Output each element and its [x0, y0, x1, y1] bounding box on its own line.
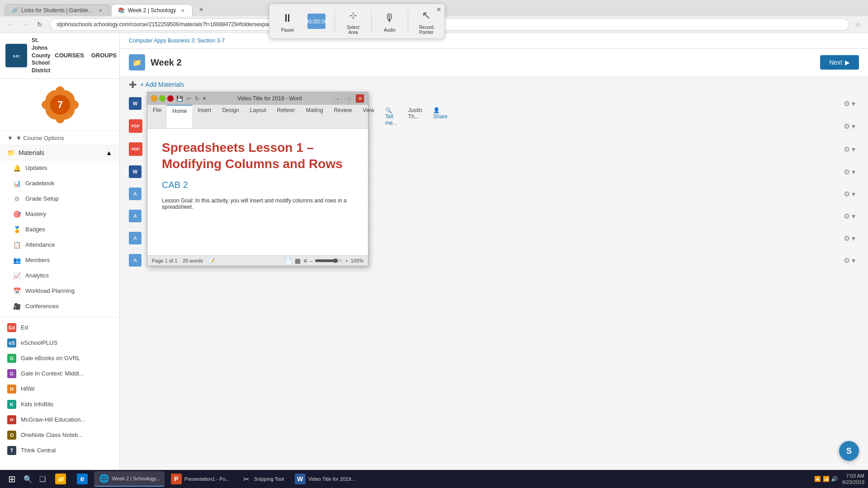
word-redo-btn[interactable]: ↻ [195, 95, 199, 102]
workload-planning-nav-item[interactable]: 📅 Workload Planning [0, 283, 119, 299]
analytics-icon: 📈 [13, 272, 21, 280]
word-titlebar-btn-2[interactable]: □ [159, 95, 165, 102]
ribbon-tab-mailing[interactable]: Mailing [301, 105, 329, 128]
edge-icon: e [77, 474, 88, 484]
ribbon-tab-share[interactable]: 👤 Share [428, 105, 453, 128]
word-titlebar-btn-1[interactable]: – [151, 95, 157, 102]
ribbon-tab-referer[interactable]: Referer [272, 105, 301, 128]
hrw-link[interactable]: H HRW [0, 381, 119, 397]
mcgraw-link[interactable]: M McGraw-Hill Education... [0, 412, 119, 427]
taskbar-search[interactable]: 🔍 [22, 473, 34, 485]
word-restore-btn[interactable]: □ [344, 94, 354, 103]
taskbar-file-explorer[interactable]: 📁 [51, 472, 71, 486]
conferences-nav-item[interactable]: 🎥 Conferences [0, 299, 119, 314]
forward-button[interactable]: → [19, 18, 32, 31]
record-pointer-toolbar-btn[interactable]: ↖ RecordPointer [415, 8, 437, 35]
word-more-btn[interactable]: ▾ [203, 95, 206, 102]
audio-toolbar-btn[interactable]: 🎙 Audio [379, 10, 401, 33]
ribbon-tab-view[interactable]: View [357, 105, 380, 128]
ribbon-tab-file[interactable]: File [147, 105, 167, 128]
content-area: Computer Apps Business 3: Section 3-7 📁 … [120, 33, 868, 488]
zoom-out-btn[interactable]: – [310, 258, 312, 263]
tab-1-close[interactable]: ✕ [97, 7, 104, 14]
course-options-toggle[interactable]: ▼ ▼ Course Options [7, 135, 112, 141]
badges-nav-item[interactable]: 🏅 Badges [0, 222, 119, 237]
course-options-label: ▼ Course Options [16, 135, 64, 141]
ribbon-tab-tellme[interactable]: 🔍 Tell me... [380, 105, 403, 128]
breadcrumb-link[interactable]: Computer Apps Business 3: Section 3-7 [129, 38, 225, 44]
gear-icon-6[interactable]: ⚙ ▾ [840, 210, 859, 222]
ribbon-tab-insert[interactable]: Insert [192, 105, 217, 128]
zoom-in-btn[interactable]: + [345, 258, 348, 263]
address-input[interactable] [50, 18, 849, 31]
back-button[interactable]: ← [5, 18, 17, 31]
gear-icon-1[interactable]: ⚙ ▾ [840, 98, 859, 110]
gale-ebooks-link[interactable]: G Gale eBooks on GVRL [0, 351, 119, 366]
toolbar-close-btn[interactable]: ✕ [436, 6, 442, 13]
tab-1-favicon: 🔗 [11, 7, 18, 14]
attendance-nav-item[interactable]: 📋 Attendance [0, 237, 119, 253]
gear-icon-3[interactable]: ⚙ ▾ [840, 143, 859, 155]
next-button[interactable]: Next ▶ [820, 55, 859, 70]
taskbar-powerpoint[interactable]: P Presentation1 - Po... [166, 472, 234, 486]
updates-nav-item[interactable]: 🔔 Updates [0, 160, 119, 176]
courses-nav[interactable]: COURSES [55, 52, 84, 59]
taskbar-snipping[interactable]: ✂ Snipping Tool [236, 472, 288, 486]
view-mode-2[interactable]: ▦ [295, 257, 301, 264]
gear-icon-4[interactable]: ⚙ ▾ [840, 166, 859, 178]
taskbar-edge[interactable]: e [72, 472, 92, 486]
ribbon-tab-user[interactable]: Justin Th... [403, 105, 428, 128]
taskbar-icons: 🔼 📶 🔊 [814, 476, 838, 482]
eschoolplus-link[interactable]: eS eSchoolPLUS [0, 335, 119, 351]
materials-collapse-icon[interactable]: ▲ [106, 149, 112, 156]
gear-icon-8[interactable]: ⚙ ▾ [840, 254, 859, 267]
ribbon-tab-layout[interactable]: Layout [245, 105, 272, 128]
reload-button[interactable]: ↻ [33, 18, 46, 31]
think-central-icon: T [7, 446, 16, 455]
gear-icon-2[interactable]: ⚙ ▾ [840, 120, 859, 132]
star-button[interactable]: ☆ [853, 19, 863, 30]
fab-button[interactable]: S [839, 441, 859, 461]
select-area-icon: ⊹ [344, 8, 362, 23]
ribbon-tab-home[interactable]: Home [167, 105, 192, 128]
tab-2-close[interactable]: ✕ [179, 7, 186, 14]
ribbon-tab-design[interactable]: Design [217, 105, 244, 128]
groups-nav[interactable]: GROUPS [91, 52, 117, 59]
view-mode-1[interactable]: 📄 [284, 257, 292, 264]
members-nav-item[interactable]: 👥 Members [0, 253, 119, 268]
onenote-link[interactable]: O OneNote Class Noteb... [0, 427, 119, 443]
ribbon-tab-review[interactable]: Review [329, 105, 357, 128]
select-area-toolbar-btn[interactable]: ⊹ SelectArea [342, 8, 364, 35]
mastery-nav-item[interactable]: 🎯 Mastery [0, 206, 119, 222]
week-title: Week 2 [151, 57, 182, 68]
gear-icon-5[interactable]: ⚙ ▾ [840, 188, 859, 200]
gale-context-link[interactable]: G Gale In Context: Middl... [0, 366, 119, 381]
taskbar-chrome[interactable]: 🌐 Week 2 | Schoology... [94, 471, 165, 487]
mastery-label: Mastery [25, 211, 46, 217]
word-undo-btn[interactable]: ↩ [187, 95, 191, 102]
materials-header[interactable]: 📁 Materials ▲ [0, 145, 119, 160]
taskbar-task-view[interactable]: ❑ [36, 473, 49, 485]
new-tab-button[interactable]: + [193, 3, 208, 16]
gradebook-nav-item[interactable]: 📊 Gradebook [0, 176, 119, 191]
pause-toolbar-btn[interactable]: ⏸ Pause [277, 10, 298, 33]
toolbar-separator-3 [408, 10, 408, 33]
grade-setup-nav-item[interactable]: ⚙ Grade Setup [0, 191, 119, 206]
word-minimize-btn[interactable]: – [334, 94, 343, 103]
start-button[interactable]: ⊞ [4, 471, 20, 487]
tab-1[interactable]: 🔗 Links for Students | Gamble Rog... ✕ [5, 4, 110, 16]
word-quick-save[interactable]: 💾 [176, 95, 183, 102]
tab-2[interactable]: 📚 Week 2 | Schoology ✕ [111, 4, 193, 16]
view-mode-3[interactable]: ≡ [303, 257, 307, 264]
ed-link[interactable]: Ed Ed [0, 320, 119, 335]
svg-text:SJC: SJC [13, 54, 20, 58]
gear-icon-7[interactable]: ⚙ ▾ [840, 232, 859, 244]
word-titlebar-btn-3[interactable]: ✕ [167, 95, 174, 102]
add-materials-button[interactable]: ➕ + Add Materials [120, 76, 868, 93]
kids-infobits-link[interactable]: K Kids InfoBits [0, 397, 119, 412]
proofread-icon: 📝 [208, 258, 215, 264]
word-close-btn[interactable]: ✕ [355, 94, 364, 103]
analytics-nav-item[interactable]: 📈 Analytics [0, 268, 119, 283]
think-central-link[interactable]: T Think Central [0, 443, 119, 458]
taskbar-word[interactable]: W Video Title for 2019... [290, 472, 360, 486]
